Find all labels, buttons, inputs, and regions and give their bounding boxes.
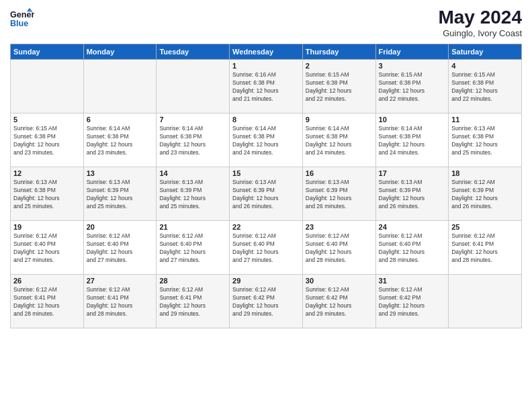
day-info: Sunrise: 6:13 AMSunset: 6:38 PMDaylight:… bbox=[13, 179, 81, 211]
day-info: Sunrise: 6:13 AMSunset: 6:38 PMDaylight:… bbox=[451, 125, 519, 157]
calendar-cell: 11Sunrise: 6:13 AMSunset: 6:38 PMDayligh… bbox=[449, 113, 522, 167]
calendar-cell: 8Sunrise: 6:14 AMSunset: 6:38 PMDaylight… bbox=[230, 113, 303, 167]
calendar-cell: 29Sunrise: 6:12 AMSunset: 6:42 PMDayligh… bbox=[230, 275, 303, 328]
header: General Blue May 2024 Guinglo, Ivory Coa… bbox=[10, 7, 522, 38]
day-number: 22 bbox=[232, 223, 300, 231]
calendar-cell bbox=[157, 60, 230, 113]
day-number: 16 bbox=[306, 169, 373, 177]
day-number: 11 bbox=[451, 116, 519, 124]
day-number: 30 bbox=[306, 277, 373, 285]
calendar-cell: 1Sunrise: 6:16 AMSunset: 6:38 PMDaylight… bbox=[230, 60, 303, 113]
day-header-monday: Monday bbox=[83, 44, 157, 60]
day-number: 27 bbox=[87, 277, 154, 285]
calendar-cell: 16Sunrise: 6:13 AMSunset: 6:39 PMDayligh… bbox=[302, 167, 375, 221]
calendar-page: General Blue May 2024 Guinglo, Ivory Coa… bbox=[0, 0, 532, 411]
calendar-cell: 28Sunrise: 6:12 AMSunset: 6:41 PMDayligh… bbox=[157, 275, 230, 328]
day-info: Sunrise: 6:14 AMSunset: 6:38 PMDaylight:… bbox=[159, 125, 226, 157]
logo: General Blue bbox=[10, 7, 34, 31]
day-number: 21 bbox=[159, 223, 226, 231]
day-header-sunday: Sunday bbox=[11, 44, 84, 60]
week-row-4: 19Sunrise: 6:12 AMSunset: 6:40 PMDayligh… bbox=[11, 221, 522, 275]
day-info: Sunrise: 6:13 AMSunset: 6:39 PMDaylight:… bbox=[159, 179, 226, 211]
calendar-cell: 30Sunrise: 6:12 AMSunset: 6:42 PMDayligh… bbox=[302, 275, 375, 328]
calendar-cell: 14Sunrise: 6:13 AMSunset: 6:39 PMDayligh… bbox=[157, 167, 230, 221]
day-header-wednesday: Wednesday bbox=[230, 44, 303, 60]
day-info: Sunrise: 6:12 AMSunset: 6:41 PMDaylight:… bbox=[451, 232, 519, 265]
day-info: Sunrise: 6:12 AMSunset: 6:39 PMDaylight:… bbox=[451, 179, 519, 211]
svg-text:Blue: Blue bbox=[10, 19, 28, 28]
calendar-cell: 27Sunrise: 6:12 AMSunset: 6:41 PMDayligh… bbox=[83, 275, 157, 328]
day-number: 10 bbox=[379, 116, 446, 124]
day-number: 29 bbox=[232, 277, 300, 285]
day-header-thursday: Thursday bbox=[302, 44, 375, 60]
day-number: 20 bbox=[87, 223, 154, 231]
day-info: Sunrise: 6:13 AMSunset: 6:39 PMDaylight:… bbox=[87, 179, 154, 211]
day-header-saturday: Saturday bbox=[449, 44, 522, 60]
day-number: 4 bbox=[451, 62, 519, 70]
day-number: 19 bbox=[13, 223, 81, 231]
day-info: Sunrise: 6:12 AMSunset: 6:40 PMDaylight:… bbox=[13, 232, 81, 265]
week-row-3: 12Sunrise: 6:13 AMSunset: 6:38 PMDayligh… bbox=[11, 167, 522, 221]
calendar-cell: 3Sunrise: 6:15 AMSunset: 6:38 PMDaylight… bbox=[375, 60, 449, 113]
calendar-cell: 12Sunrise: 6:13 AMSunset: 6:38 PMDayligh… bbox=[11, 167, 84, 221]
day-info: Sunrise: 6:12 AMSunset: 6:41 PMDaylight:… bbox=[159, 286, 226, 318]
header-row: SundayMondayTuesdayWednesdayThursdayFrid… bbox=[11, 44, 522, 60]
day-info: Sunrise: 6:12 AMSunset: 6:41 PMDaylight:… bbox=[87, 286, 154, 318]
day-info: Sunrise: 6:14 AMSunset: 6:38 PMDaylight:… bbox=[232, 125, 300, 157]
day-header-tuesday: Tuesday bbox=[157, 44, 230, 60]
day-info: Sunrise: 6:12 AMSunset: 6:40 PMDaylight:… bbox=[306, 232, 373, 265]
calendar-cell: 7Sunrise: 6:14 AMSunset: 6:38 PMDaylight… bbox=[157, 113, 230, 167]
week-row-1: 1Sunrise: 6:16 AMSunset: 6:38 PMDaylight… bbox=[11, 60, 522, 113]
month-title: May 2024 bbox=[438, 7, 522, 28]
calendar-cell: 24Sunrise: 6:12 AMSunset: 6:40 PMDayligh… bbox=[375, 221, 449, 275]
day-number: 13 bbox=[87, 169, 154, 177]
day-info: Sunrise: 6:14 AMSunset: 6:38 PMDaylight:… bbox=[306, 125, 373, 157]
day-number: 14 bbox=[159, 169, 226, 177]
day-info: Sunrise: 6:16 AMSunset: 6:38 PMDaylight:… bbox=[232, 71, 300, 103]
calendar-cell: 31Sunrise: 6:12 AMSunset: 6:42 PMDayligh… bbox=[375, 275, 449, 328]
day-number: 8 bbox=[232, 116, 300, 124]
week-row-2: 5Sunrise: 6:15 AMSunset: 6:38 PMDaylight… bbox=[11, 113, 522, 167]
calendar-cell: 9Sunrise: 6:14 AMSunset: 6:38 PMDaylight… bbox=[302, 113, 375, 167]
day-info: Sunrise: 6:12 AMSunset: 6:42 PMDaylight:… bbox=[232, 286, 300, 318]
calendar-cell bbox=[11, 60, 84, 113]
day-number: 17 bbox=[379, 169, 446, 177]
day-number: 15 bbox=[232, 169, 300, 177]
day-info: Sunrise: 6:15 AMSunset: 6:38 PMDaylight:… bbox=[379, 71, 446, 103]
calendar-cell: 2Sunrise: 6:15 AMSunset: 6:38 PMDaylight… bbox=[302, 60, 375, 113]
day-header-friday: Friday bbox=[375, 44, 449, 60]
day-number: 25 bbox=[451, 223, 519, 231]
logo-icon: General Blue bbox=[10, 7, 34, 31]
calendar-cell bbox=[83, 60, 157, 113]
calendar-cell: 25Sunrise: 6:12 AMSunset: 6:41 PMDayligh… bbox=[449, 221, 522, 275]
day-info: Sunrise: 6:12 AMSunset: 6:40 PMDaylight:… bbox=[379, 232, 446, 265]
day-info: Sunrise: 6:12 AMSunset: 6:40 PMDaylight:… bbox=[159, 232, 226, 265]
calendar-cell: 23Sunrise: 6:12 AMSunset: 6:40 PMDayligh… bbox=[302, 221, 375, 275]
calendar-cell: 19Sunrise: 6:12 AMSunset: 6:40 PMDayligh… bbox=[11, 221, 84, 275]
calendar-cell: 17Sunrise: 6:13 AMSunset: 6:39 PMDayligh… bbox=[375, 167, 449, 221]
day-number: 5 bbox=[13, 116, 81, 124]
day-number: 23 bbox=[306, 223, 373, 231]
calendar-table: SundayMondayTuesdayWednesdayThursdayFrid… bbox=[10, 44, 522, 328]
week-row-5: 26Sunrise: 6:12 AMSunset: 6:41 PMDayligh… bbox=[11, 275, 522, 328]
day-number: 24 bbox=[379, 223, 446, 231]
day-number: 18 bbox=[451, 169, 519, 177]
day-info: Sunrise: 6:12 AMSunset: 6:42 PMDaylight:… bbox=[379, 286, 446, 318]
day-number: 9 bbox=[306, 116, 373, 124]
calendar-cell: 13Sunrise: 6:13 AMSunset: 6:39 PMDayligh… bbox=[83, 167, 157, 221]
calendar-cell: 15Sunrise: 6:13 AMSunset: 6:39 PMDayligh… bbox=[230, 167, 303, 221]
day-number: 3 bbox=[379, 62, 446, 70]
calendar-cell: 20Sunrise: 6:12 AMSunset: 6:40 PMDayligh… bbox=[83, 221, 157, 275]
calendar-cell: 10Sunrise: 6:14 AMSunset: 6:38 PMDayligh… bbox=[375, 113, 449, 167]
day-info: Sunrise: 6:13 AMSunset: 6:39 PMDaylight:… bbox=[232, 179, 300, 211]
calendar-cell: 4Sunrise: 6:15 AMSunset: 6:38 PMDaylight… bbox=[449, 60, 522, 113]
day-info: Sunrise: 6:13 AMSunset: 6:39 PMDaylight:… bbox=[379, 179, 446, 211]
day-info: Sunrise: 6:15 AMSunset: 6:38 PMDaylight:… bbox=[306, 71, 373, 103]
calendar-cell bbox=[449, 275, 522, 328]
title-block: May 2024 Guinglo, Ivory Coast bbox=[438, 7, 522, 38]
location-subtitle: Guinglo, Ivory Coast bbox=[438, 28, 522, 38]
day-number: 31 bbox=[379, 277, 446, 285]
day-number: 6 bbox=[87, 116, 154, 124]
calendar-cell: 5Sunrise: 6:15 AMSunset: 6:38 PMDaylight… bbox=[11, 113, 84, 167]
day-info: Sunrise: 6:14 AMSunset: 6:38 PMDaylight:… bbox=[87, 125, 154, 157]
